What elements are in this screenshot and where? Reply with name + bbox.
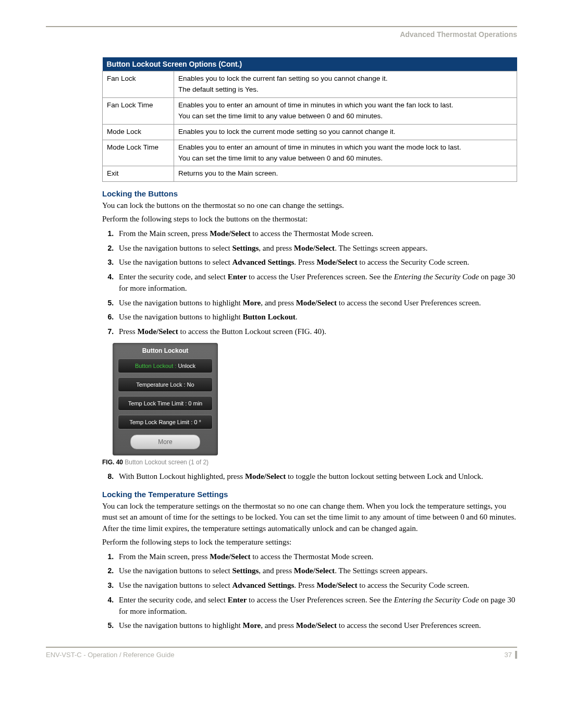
opt-desc: Enables you to enter an amount of time i… <box>174 97 517 124</box>
step: Use the navigation buttons to select Set… <box>116 243 517 254</box>
page-footer: ENV-VST-C - Operation / Reference Guide … <box>46 647 517 659</box>
step: Enter the security code, and select Ente… <box>116 272 517 294</box>
thermo-row: Temp Lock Time Limit : 0 min <box>118 396 213 411</box>
footer-page-number: 37 <box>505 651 517 659</box>
intro-text: You can lock the buttons on the thermost… <box>102 200 517 212</box>
header-section-label: Advanced Thermostat Operations <box>46 30 517 39</box>
thermo-row: Temp Lock Range Limit : 0 ° <box>118 415 213 429</box>
table-row: Fan Lock Enables you to lock the current… <box>103 71 517 98</box>
step: Use the navigation buttons to select Adv… <box>116 257 517 268</box>
step: Use the navigation buttons to highlight … <box>116 298 517 309</box>
table-row: Fan Lock Time Enables you to enter an am… <box>103 97 517 124</box>
opt-name: Mode Lock <box>103 124 174 140</box>
table-row: Exit Returns you to the Main screen. <box>103 166 517 182</box>
opt-name: Exit <box>103 166 174 182</box>
step: Use the navigation buttons to highlight … <box>116 620 517 632</box>
intro-text: Perform the following steps to lock the … <box>102 214 517 225</box>
table-row: Mode Lock Enables you to lock the curren… <box>103 124 517 140</box>
thermo-more-button: More <box>130 435 200 449</box>
step: From the Main screen, press Mode/Select … <box>116 228 517 240</box>
steps-list-2: From the Main screen, press Mode/Select … <box>102 551 517 632</box>
step: From the Main screen, press Mode/Select … <box>116 551 517 563</box>
step: Use the navigation buttons to select Adv… <box>116 580 517 591</box>
heading-locking-temperature: Locking the Temperature Settings <box>102 490 517 499</box>
opt-desc: Enables you to enter an amount of time i… <box>174 140 517 166</box>
figure-caption: FIG. 40 Button Lockout screen (1 of 2) <box>102 459 517 466</box>
step: Press Mode/Select to access the Button L… <box>116 326 517 338</box>
steps-list-1: From the Main screen, press Mode/Select … <box>102 228 517 338</box>
table-title: Button Lockout Screen Options (Cont.) <box>103 57 517 71</box>
steps-list-1-cont: With Button Lockout highlighted, press M… <box>102 471 517 483</box>
table-row: Mode Lock Time Enables you to enter an a… <box>103 140 517 166</box>
intro-text: You can lock the temperature settings on… <box>102 501 517 535</box>
thermo-row-selected: Button Lockout : Unlock <box>118 359 213 373</box>
intro-text: Perform the following steps to lock the … <box>102 537 517 548</box>
opt-name: Mode Lock Time <box>103 140 174 166</box>
heading-locking-buttons: Locking the Buttons <box>102 189 517 198</box>
opt-name: Fan Lock Time <box>103 97 174 124</box>
thermostat-figure: Button Lockout Button Lockout : Unlock T… <box>113 343 218 455</box>
footer-doc-title: ENV-VST-C - Operation / Reference Guide <box>46 651 174 659</box>
thermo-row: Temperature Lock : No <box>118 377 213 392</box>
step: Use the navigation buttons to select Set… <box>116 565 517 577</box>
opt-desc: Returns you to the Main screen. <box>174 166 517 182</box>
opt-name: Fan Lock <box>103 71 174 98</box>
thermo-title: Button Lockout <box>118 347 213 354</box>
options-table: Button Lockout Screen Options (Cont.) Fa… <box>102 57 517 182</box>
step: Use the navigation buttons to highlight … <box>116 312 517 323</box>
step: With Button Lockout highlighted, press M… <box>116 471 517 483</box>
opt-desc: Enables you to lock the current mode set… <box>174 124 517 140</box>
opt-desc: Enables you to lock the current fan sett… <box>174 71 517 98</box>
step: Enter the security code, and select Ente… <box>116 595 517 618</box>
